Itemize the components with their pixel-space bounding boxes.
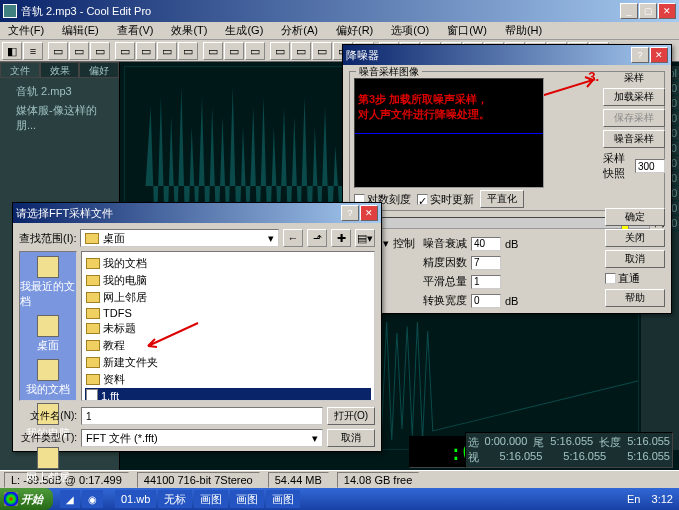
reduce-input[interactable]	[471, 237, 501, 251]
quick-launch-item[interactable]: ◉	[82, 490, 103, 508]
menu-options[interactable]: 选项(O)	[387, 22, 433, 39]
list-item[interactable]: 我的文档	[85, 255, 371, 272]
save-profile-button[interactable]: 保存采样	[603, 109, 665, 127]
list-item[interactable]: 我的电脑	[85, 272, 371, 289]
tool-button[interactable]: ▭	[178, 42, 198, 60]
menu-effects[interactable]: 效果(T)	[167, 22, 211, 39]
list-item[interactable]: 教程	[85, 337, 371, 354]
place-recent[interactable]: 我最近的文档	[20, 256, 76, 309]
new-folder-button[interactable]: ✚	[331, 229, 351, 247]
tool-button[interactable]: ▭	[136, 42, 156, 60]
titlebar[interactable]: 音轨 2.mp3 - Cool Edit Pro _ ▢ ✕	[0, 0, 679, 22]
tool-button[interactable]: ▭	[69, 42, 89, 60]
list-item[interactable]: TDFS	[85, 306, 371, 320]
nr-close-button[interactable]: ✕	[650, 47, 668, 63]
smooth-input[interactable]	[471, 275, 501, 289]
list-item[interactable]: 新建文件夹	[85, 354, 371, 371]
place-documents[interactable]: 我的文档	[26, 359, 70, 397]
tab-favorites[interactable]: 偏好	[79, 62, 119, 78]
list-item[interactable]: 未标题	[85, 320, 371, 337]
nr-titlebar[interactable]: 降噪器 ? ✕	[343, 45, 671, 65]
minimize-button[interactable]: _	[620, 3, 638, 19]
realtime-checkbox[interactable]: ✓实时更新	[417, 192, 474, 207]
tool-button[interactable]: ▭	[312, 42, 332, 60]
menu-analyze[interactable]: 分析(A)	[277, 22, 322, 39]
tool-button[interactable]: ▭	[270, 42, 290, 60]
up-button[interactable]: ⬏	[307, 229, 327, 247]
tool-button[interactable]: ▭	[90, 42, 110, 60]
place-desktop[interactable]: 桌面	[37, 315, 59, 353]
fo-titlebar[interactable]: 请选择FFT采样文件 ? ✕	[13, 203, 381, 223]
passthrough-checkbox[interactable]: 直通	[605, 271, 665, 286]
view-menu-button[interactable]: ▤▾	[355, 229, 375, 247]
filename-input[interactable]	[81, 407, 323, 425]
view-end: 5:16.055	[563, 450, 606, 465]
list-item[interactable]: 资料	[85, 371, 371, 388]
help-button[interactable]: 帮助	[605, 289, 665, 307]
flatten-button[interactable]: 平直化	[480, 190, 524, 208]
tool-button[interactable]: ▭	[291, 42, 311, 60]
tool-button[interactable]: ▭	[203, 42, 223, 60]
menu-help[interactable]: 帮助(H)	[501, 22, 546, 39]
fo-help-button[interactable]: ?	[341, 205, 359, 221]
load-profile-button[interactable]: 加载采样	[603, 88, 665, 106]
tab-files[interactable]: 文件	[0, 62, 40, 78]
taskbar-item[interactable]: 无标	[158, 490, 192, 508]
menu-file[interactable]: 文件(F)	[4, 22, 48, 39]
file-list[interactable]: 我的文档 我的电脑 网上邻居 TDFS 未标题 教程 新建文件夹 资料 1.ff…	[81, 251, 375, 401]
fo-close-button[interactable]: ✕	[360, 205, 378, 221]
close-button[interactable]: 关闭	[605, 229, 665, 247]
width-input[interactable]	[471, 294, 501, 308]
snapshot-input[interactable]	[635, 159, 665, 173]
tool-button[interactable]: ▭	[245, 42, 265, 60]
lookin-label: 查找范围(I):	[19, 231, 76, 246]
tool-button[interactable]: ≡	[23, 42, 43, 60]
ok-button[interactable]: 确定	[605, 208, 665, 226]
close-button[interactable]: ✕	[658, 3, 676, 19]
taskbar-item[interactable]: 画图	[230, 490, 264, 508]
tab-effects[interactable]: 效果	[40, 62, 80, 78]
clock[interactable]: 3:12	[652, 493, 673, 505]
list-item-selected[interactable]: 1.fft	[85, 388, 371, 401]
noise-sample-button[interactable]: 噪音采样	[603, 130, 665, 148]
tool-button[interactable]: ◧	[2, 42, 22, 60]
lookin-dropdown[interactable]: 桌面 ▾	[80, 229, 279, 247]
open-button[interactable]: 打开(O)	[327, 407, 375, 425]
menu-edit[interactable]: 编辑(E)	[58, 22, 103, 39]
selection-info: 选0:00.000尾5:16.055长度5:16.055 视5:16.0555:…	[465, 432, 673, 468]
cancel-button[interactable]: 取消	[605, 250, 665, 268]
tool-button[interactable]: ▭	[115, 42, 135, 60]
nr-help-button[interactable]: ?	[631, 47, 649, 63]
documents-icon	[37, 359, 59, 381]
tray-area[interactable]: En 3:12	[621, 493, 679, 505]
tree-item[interactable]: 音轨 2.mp3	[4, 82, 115, 101]
quick-launch-item[interactable]: ◢	[60, 490, 80, 508]
maximize-button[interactable]: ▢	[639, 3, 657, 19]
menu-favorites[interactable]: 偏好(R)	[332, 22, 377, 39]
list-item[interactable]: 网上邻居	[85, 289, 371, 306]
taskbar-item[interactable]: 01.wb	[115, 490, 156, 508]
tool-button[interactable]: ▭	[48, 42, 68, 60]
filetype-dropdown[interactable]: FFT 文件 (*.fft)▾	[81, 429, 323, 447]
annotation-text: 第3步 加载所取噪声采样， 对人声文件进行降噪处理。	[358, 92, 490, 123]
language-indicator[interactable]: En	[627, 493, 640, 505]
start-button[interactable]: 开始	[0, 488, 53, 510]
groupbox-label: 噪音采样图像	[356, 65, 422, 79]
places-bar: 我最近的文档 桌面 我的文档 我的电脑 网上邻居	[19, 251, 77, 401]
folder-icon	[86, 340, 100, 351]
precision-label: 精度因数	[423, 255, 467, 270]
place-network[interactable]: 网上邻居	[26, 447, 70, 485]
taskbar-item[interactable]: 画图	[266, 490, 300, 508]
folder-icon	[86, 275, 100, 286]
menu-generate[interactable]: 生成(G)	[221, 22, 267, 39]
menu-view[interactable]: 查看(V)	[113, 22, 158, 39]
back-button[interactable]: ←	[283, 229, 303, 247]
tool-button[interactable]: ▭	[157, 42, 177, 60]
taskbar-item[interactable]: 画图	[194, 490, 228, 508]
cancel-button[interactable]: 取消	[327, 429, 375, 447]
menu-window[interactable]: 窗口(W)	[443, 22, 491, 39]
tree-item[interactable]: 媒体服-像这样的朋...	[4, 101, 115, 135]
tool-button[interactable]: ▭	[224, 42, 244, 60]
status-size: 54.44 MB	[268, 472, 329, 488]
precision-input[interactable]	[471, 256, 501, 270]
